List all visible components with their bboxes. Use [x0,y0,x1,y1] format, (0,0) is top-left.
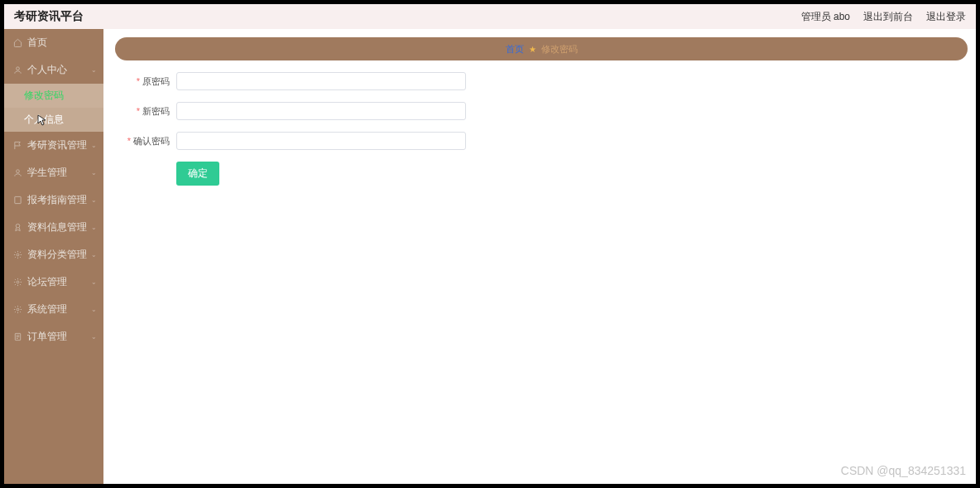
breadcrumb: 首页 ★ 修改密码 [115,37,968,60]
sidebar-item-orders[interactable]: 订单管理 ⌄ [4,323,103,350]
sidebar-subitem-change-password[interactable]: 修改密码 [4,84,103,108]
breadcrumb-home[interactable]: 首页 [506,43,524,56]
sidebar-item-label: 报考指南管理 [27,193,87,207]
chevron-down-icon: ⌄ [91,333,97,341]
submit-button[interactable]: 确定 [176,162,219,186]
gear-icon [12,278,22,287]
chevron-down-icon: ⌄ [91,278,97,286]
flag-icon [12,141,22,151]
watermark: CSDN @qq_834251331 [841,464,966,477]
chevron-down-icon: ⌄ [91,306,97,313]
svg-point-0 [16,67,19,70]
doc-icon [12,332,22,342]
new-password-input[interactable] [176,102,466,120]
sidebar-item-label: 论坛管理 [27,275,67,289]
new-password-label: *新密码 [123,105,170,118]
home-icon [12,38,22,48]
svg-point-6 [17,308,19,311]
header: 考研资讯平台 管理员 abo 退出到前台 退出登录 [4,4,976,29]
sidebar-item-material-info[interactable]: 资料信息管理 ⌄ [4,214,103,241]
sidebar-item-label: 资料信息管理 [27,220,87,234]
svg-rect-2 [14,196,20,203]
change-password-form: *原密码 *新密码 *确认密码 确定 [115,72,968,186]
old-password-label: *原密码 [123,75,170,88]
logout-link[interactable]: 退出登录 [926,10,966,24]
admin-label[interactable]: 管理员 abo [801,10,850,24]
svg-point-5 [17,281,19,283]
confirm-password-input[interactable] [176,132,466,150]
sidebar-item-material-category[interactable]: 资料分类管理 ⌄ [4,241,103,268]
breadcrumb-current: 修改密码 [541,43,578,56]
user-icon [12,65,22,75]
to-front-link[interactable]: 退出到前台 [863,10,913,24]
sidebar-subitem-label: 修改密码 [24,89,64,103]
sidebar-item-system[interactable]: 系统管理 ⌄ [4,296,103,323]
sidebar-item-guide[interactable]: 报考指南管理 ⌄ [4,186,103,214]
header-right: 管理员 abo 退出到前台 退出登录 [801,10,966,24]
ribbon-icon [12,223,22,233]
app-title: 考研资讯平台 [14,9,84,24]
svg-point-1 [16,170,19,173]
chevron-down-icon: ⌄ [91,142,97,149]
sidebar-subitem-profile-info[interactable]: 个人信息 [4,108,103,132]
sidebar-item-forum[interactable]: 论坛管理 ⌄ [4,268,103,296]
sidebar-item-label: 订单管理 [27,330,67,344]
chevron-down-icon: ⌄ [91,224,97,231]
sidebar-item-students[interactable]: 学生管理 ⌄ [4,159,103,186]
confirm-password-label: *确认密码 [123,135,170,147]
sidebar-item-label: 系统管理 [27,302,67,316]
sidebar-item-profile[interactable]: 个人中心 ⌄ [4,56,103,84]
chevron-down-icon: ⌄ [91,196,97,204]
chevron-down-icon: ⌄ [91,66,97,74]
book-icon [12,196,22,205]
old-password-input[interactable] [176,72,466,90]
cursor-icon [37,114,47,126]
sidebar-item-label: 资料分类管理 [27,248,87,262]
user-icon [12,168,22,178]
sidebar: 首页 个人中心 ⌄ 修改密码 个人信息 考研资讯管理 ⌄ [4,29,103,484]
svg-point-3 [16,224,20,228]
sidebar-item-label: 首页 [27,36,47,50]
gear-icon [12,305,22,315]
sidebar-item-label: 考研资讯管理 [27,138,87,152]
sidebar-item-label: 个人中心 [27,63,67,77]
gear-icon [12,250,22,260]
chevron-down-icon: ⌄ [91,251,97,258]
sidebar-item-label: 学生管理 [27,166,67,180]
sidebar-item-exam-news[interactable]: 考研资讯管理 ⌄ [4,132,103,159]
svg-point-4 [17,254,19,256]
star-icon: ★ [529,45,536,54]
chevron-down-icon: ⌄ [91,169,97,176]
sidebar-item-home[interactable]: 首页 [4,29,103,56]
content: 首页 ★ 修改密码 *原密码 *新密码 *确认密码 确定 [103,29,976,484]
